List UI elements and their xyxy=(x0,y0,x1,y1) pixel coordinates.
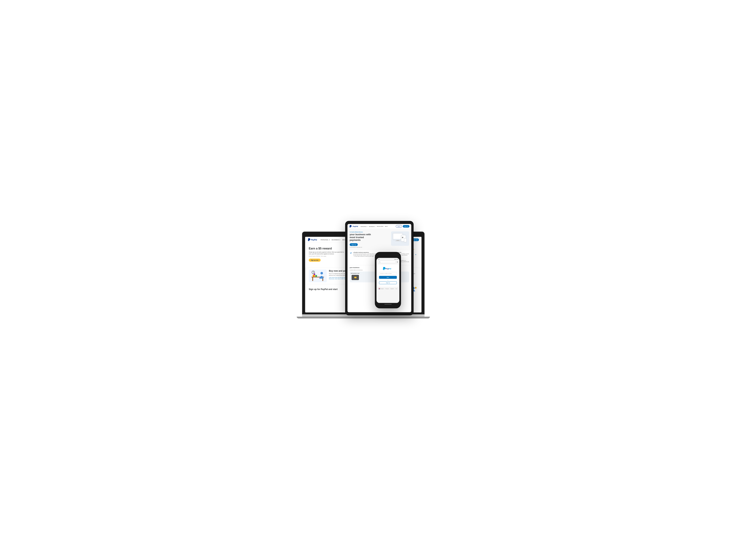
phone-outer: 9:41 ●●● ▲ ■ 🔍 ≡ Pay Pal xyxy=(375,252,401,308)
tablet-nav-links: PERSONAL ∨ BUSINESS ∨ DEVELOPER HELP xyxy=(360,226,388,227)
phone-signup-button[interactable]: Sign Up xyxy=(379,281,397,284)
laptop-logo-text: PayPal xyxy=(311,239,317,241)
svg-rect-39 xyxy=(402,237,403,237)
svg-rect-42 xyxy=(403,238,403,238)
svg-text:✦: ✦ xyxy=(415,254,417,256)
tablet-hero-small: No annual fees / with aide SSS xyxy=(350,247,389,248)
svg-text:✓: ✓ xyxy=(415,287,416,289)
phone-status-icons: ●●● ▲ ■ xyxy=(394,259,398,260)
tablet-hero-cta-button[interactable]: Sign Up xyxy=(350,243,358,246)
tablet-nav-buttons: Log In Sign Up xyxy=(396,225,410,228)
tablet-nav: PayPal PERSONAL ∨ BUSINESS ∨ DEVELOPER H… xyxy=(347,224,411,229)
svg-rect-37 xyxy=(404,239,407,242)
phone-next-button[interactable]: Next xyxy=(379,276,397,279)
phone-logo-container: Pay Pal xyxy=(379,267,397,270)
laptop-hero-cta-button[interactable]: Sign up now xyxy=(309,258,320,262)
pay4-illustration xyxy=(309,270,327,282)
scene: PayPal PERSONAL ∨ BUSINESS ∨ DEVELOPER H… xyxy=(0,0,756,540)
tablet-feature-checkout: a flexible checkout experience Let busin… xyxy=(350,252,379,257)
tablet-devices-illustration xyxy=(391,231,409,246)
laptop-hero-desc: Simply sign up and add a payment method.… xyxy=(309,251,345,255)
phone-search-bar[interactable]: 🔍 xyxy=(378,261,396,263)
phone-flag-icon xyxy=(379,288,380,289)
svg-rect-32 xyxy=(397,240,399,241)
svg-text:Pay: Pay xyxy=(386,268,389,270)
svg-point-20 xyxy=(320,272,323,275)
phone-screen: 9:41 ●●● ▲ ■ 🔍 ≡ Pay Pal xyxy=(377,258,399,303)
phone-search-area: 🔍 ≡ xyxy=(377,260,399,264)
tablet-logo-icon xyxy=(349,225,352,228)
tablet-card-1: ad in person or go xyxy=(350,271,379,282)
tablet-nav-personal[interactable]: PERSONAL ∨ xyxy=(360,226,367,227)
phone-paypal-logo: Pay Pal xyxy=(383,267,393,270)
phone-home-bar xyxy=(384,304,392,305)
tablet-login-button[interactable]: Log In xyxy=(396,225,402,228)
laptop-pay4-image xyxy=(309,270,327,282)
laptop-paypal-logo: PayPal xyxy=(308,238,317,241)
tablet-hero-badge: For Small-to-Medium Business xyxy=(350,231,389,232)
svg-rect-23 xyxy=(314,274,315,275)
tablet-logo-text: PayPal xyxy=(353,225,358,227)
nav-link-business[interactable]: BUSINESS ∨ xyxy=(332,239,340,240)
phone-notch xyxy=(383,255,392,257)
phone-login-card: Pay Pal Email or mobile number Next or S… xyxy=(377,264,399,287)
phone-footer-lang3[interactable]: Español xyxy=(391,288,394,289)
paypal-logo-icon xyxy=(308,238,311,241)
phone-status-bar: 9:41 ●●● ▲ ■ xyxy=(377,258,399,260)
phone-footer-language[interactable]: English xyxy=(381,288,384,289)
svg-rect-43 xyxy=(403,237,403,238)
phone-menu-icon[interactable]: ≡ xyxy=(397,261,398,263)
phone-footer: English | Français | Español | 中文 xyxy=(377,288,399,289)
nav-link-personal[interactable]: PERSONAL ∨ xyxy=(320,239,330,240)
svg-rect-33 xyxy=(396,241,400,241)
phone-footer-lang2[interactable]: Français xyxy=(385,288,389,289)
tablet-hero-title: your business with most trusted payments xyxy=(350,233,389,241)
checkout-icon xyxy=(350,252,352,254)
svg-rect-22 xyxy=(315,275,317,277)
phone-email-input[interactable]: Email or mobile number xyxy=(379,272,397,275)
phone-footer-lang4[interactable]: 中文 xyxy=(396,288,397,289)
card1-illustration xyxy=(351,274,360,281)
svg-rect-18 xyxy=(312,277,313,281)
tablet-hero: For Small-to-Medium Business your busine… xyxy=(347,229,411,250)
tablet-hero-image xyxy=(391,231,409,246)
svg-text:Pal: Pal xyxy=(388,268,391,270)
tablet-signup-button[interactable]: Sign Up xyxy=(403,225,409,228)
tablet-nav-developer[interactable]: DEVELOPER xyxy=(377,226,383,227)
tablet-card-1-title: ad in person or go xyxy=(351,273,378,274)
phone-device: 9:41 ●●● ▲ ■ 🔍 ≡ Pay Pal xyxy=(375,252,401,308)
tablet-feature-empty xyxy=(350,258,379,263)
tablet-nav-business[interactable]: BUSINESS ∨ xyxy=(369,226,375,227)
svg-rect-53 xyxy=(354,277,357,278)
svg-rect-41 xyxy=(402,238,403,238)
tablet-hero-text: For Small-to-Medium Business your busine… xyxy=(350,231,389,248)
phone-time: 9:41 xyxy=(378,259,380,260)
phone-or-divider: or xyxy=(379,280,397,281)
tablet-paypal-logo: PayPal xyxy=(349,225,358,228)
tablet-nav-help[interactable]: HELP xyxy=(385,226,388,227)
svg-rect-40 xyxy=(403,237,403,237)
